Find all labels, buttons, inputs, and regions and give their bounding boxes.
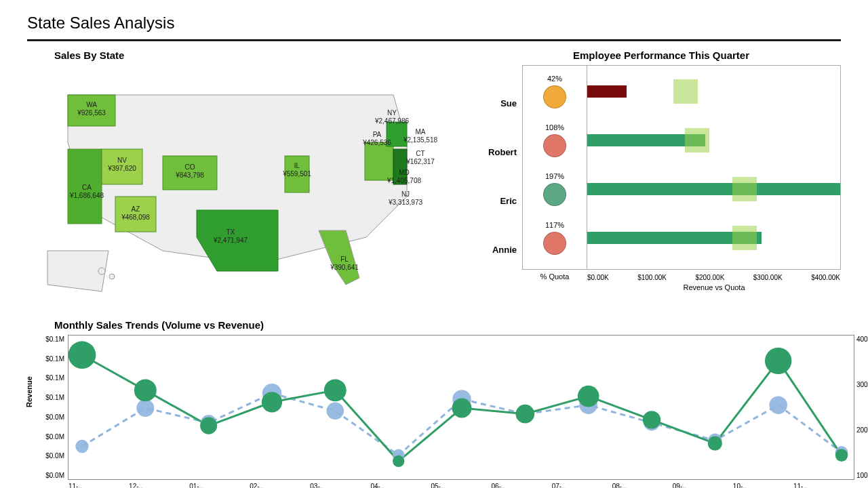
y-tick: $0.1M [45,394,64,401]
emp-name: Annie [481,225,522,274]
quota-pct: 42% [547,75,562,83]
y-tick: $0.1M [45,355,64,363]
label-ct-val: ¥162,317 [406,158,435,165]
y-tick: $0.1M [45,336,64,343]
svg-point-7 [200,418,217,434]
svg-point-1 [109,274,115,279]
quota-cell[interactable]: 117% [523,214,587,262]
employee-performance-panel: Employee Performance This Quarter Sue Ro… [481,49,841,314]
label-nv-code: NV [117,157,127,164]
x-tick: 05-.. [431,483,491,488]
quota-bubble-icon [543,232,566,255]
us-map[interactable]: WA ¥926,563 CA ¥1,686,648 NV ¥397,620 AZ… [27,61,461,305]
label-il-val: ¥559,501 [282,170,311,178]
bars-x-axis: $0.00K $100.00K $200.00K $300.00K $400.0… [587,274,840,281]
x-tick: 08-.. [612,483,673,488]
quota-bubble-icon [543,183,566,206]
y-tick: $0.0M [45,413,64,421]
quota-bubble-icon [543,134,566,157]
state-pa[interactable] [365,142,393,180]
revenue-bars-column: $0.00K $100.00K $200.00K $300.00K $400.0… [587,65,841,270]
y-tick: $0.0M [45,452,64,460]
bar-cell[interactable] [587,67,840,116]
quota-cell[interactable]: 108% [523,116,587,165]
x-tick: $400.00K [811,274,840,281]
bar-cell[interactable] [587,165,840,214]
svg-point-24 [769,396,787,414]
bar-cell[interactable] [587,116,840,165]
label-pa-code: PA [373,131,382,138]
label-il-code: IL [294,162,300,169]
x-tick: 01-.. [189,483,250,488]
svg-point-10 [327,403,344,420]
svg-point-11 [324,379,347,401]
y-tick: $0.1M [45,374,64,382]
y-tick: 200 [856,426,868,434]
label-ca-val: ¥1,686,648 [69,192,104,199]
svg-point-19 [578,386,599,407]
label-pa-val: ¥426,536 [362,139,391,146]
map-title: Sales By State [54,49,461,61]
quota-column: 42% 108% 197% 117% [522,65,587,270]
trend-x-axis: 11-.. 12-.. 01-.. 02-.. 03-.. 04-.. 05-.… [68,483,854,488]
label-nv-val: ¥397,620 [107,165,136,172]
svg-point-5 [134,379,157,401]
quota-cell[interactable]: 197% [523,165,587,214]
y-tick: $0.0M [45,433,64,441]
y-tick: 300 [856,381,868,388]
x-tick: 04-.. [370,483,431,488]
x-tick: $300.00K [753,274,783,281]
label-nj-val: ¥3,313,973 [388,199,422,206]
quota-pct: 108% [545,123,564,131]
svg-point-27 [835,449,848,462]
label-co-val: ¥843,798 [175,171,204,179]
x-tick: 09-.. [673,483,733,488]
svg-point-0 [98,268,105,274]
label-ct-code: CT [416,150,425,157]
page-title: State Sales Analysis [27,14,841,35]
svg-point-21 [643,411,660,428]
x-tick: 03-.. [310,483,370,488]
svg-point-13 [393,455,404,467]
label-ny-code: NY [387,109,397,117]
label-co-code: CO [185,163,195,171]
svg-point-15 [452,399,472,418]
label-wa-code: WA [86,101,97,108]
x-tick: 07-.. [552,483,612,488]
y-left-label: Revenue [25,376,33,407]
label-wa-val: ¥926,563 [77,109,106,117]
emp-name: Robert [481,127,522,176]
y-tick: $0.0M [45,472,64,479]
svg-point-17 [515,405,534,424]
bars-axis-title: Revenue vs Quota [587,283,841,291]
label-md-code: MD [399,169,410,176]
svg-point-2 [75,440,89,453]
emp-name: Eric [481,176,522,225]
label-az-val: ¥468,098 [121,214,150,221]
revenue-bar [587,85,627,98]
label-ny-val: ¥2,467,986 [374,117,409,125]
quota-axis-label: % Quota [522,272,587,281]
quota-pct: 117% [545,221,564,229]
label-fl-val: ¥390,641 [330,264,359,271]
x-tick: $0.00K [587,274,609,281]
label-nj-code: NJ [401,190,410,198]
x-tick: 02-.. [250,483,310,488]
label-tx-code: TX [226,228,235,236]
svg-point-4 [136,399,154,417]
trend-chart[interactable]: Revenue Volume $0.1M $0.1M $0.1M $0.1M $… [68,335,854,480]
svg-point-9 [262,392,282,412]
y-right-axis: 400 300 200 100 [856,336,868,479]
quota-cell[interactable]: 42% [523,67,587,116]
quota-target-marker [673,79,698,104]
title-divider [27,39,841,41]
quota-target-marker [732,226,757,250]
label-md-val: ¥1,405,708 [387,177,421,184]
bar-cell[interactable] [587,214,840,262]
quota-bubble-icon [543,85,566,108]
x-tick: 12-.. [129,483,189,488]
x-tick: 11-.. [68,483,129,488]
sales-by-state-panel: Sales By State [27,49,461,314]
label-ca-code: CA [82,184,92,191]
y-tick: 100 [856,472,868,479]
